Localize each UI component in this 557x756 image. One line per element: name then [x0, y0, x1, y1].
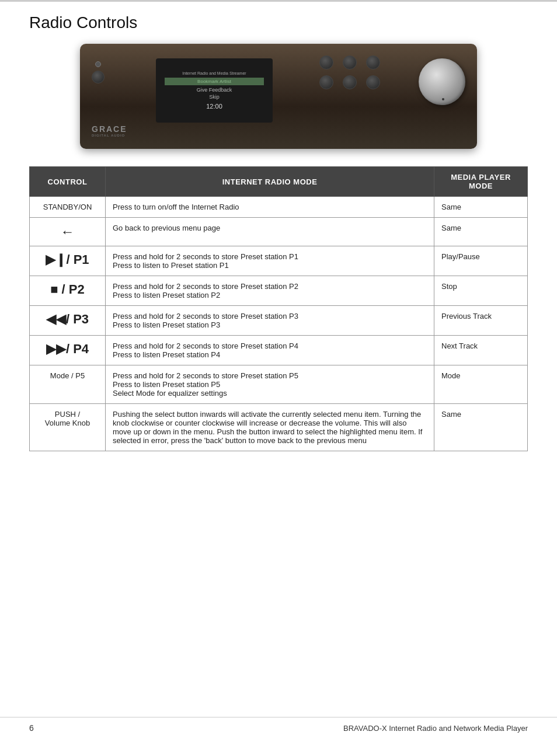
media-player-text: Previous Track	[441, 312, 492, 320]
screen-highlight: Bookmark Artlist	[165, 78, 263, 85]
footer: 6 BRAVADO-X Internet Radio and Network M…	[0, 717, 557, 738]
internet-radio-cell: Pushing the select button inwards will a…	[106, 404, 434, 451]
media-player-text: Mode	[441, 371, 461, 380]
screen-time: 12:00	[206, 103, 222, 110]
control-cell: ▶❙/ P1	[30, 246, 106, 276]
internet-radio-text: Pushing the select button inwards will a…	[113, 410, 422, 445]
btn-5	[343, 75, 357, 89]
internet-radio-text: Press to listen Preset station P5	[113, 380, 220, 389]
internet-radio-cell: Press and hold for 2 seconds to store Pr…	[106, 306, 434, 336]
screen-item-2: Skip	[209, 94, 220, 100]
media-player-text: Same	[441, 224, 461, 232]
left-btn-1	[92, 71, 105, 83]
play-pause-icon: ▶❙/ P1	[46, 252, 89, 267]
table-row: ▶❙/ P1Press and hold for 2 seconds to st…	[30, 246, 528, 276]
controls-table: CONTROL INTERNET RADIO MODE MEDIA PLAYER…	[29, 166, 528, 451]
media-player-cell: Previous Track	[434, 306, 528, 336]
media-player-cell: Same	[434, 404, 528, 451]
btn-4	[319, 75, 333, 89]
logo-text: GRACE	[92, 124, 127, 134]
top-border	[0, 0, 557, 2]
internet-radio-cell: Press and hold for 2 seconds to store Pr…	[106, 276, 434, 306]
table-row: PUSH /Volume KnobPushing the select butt…	[30, 404, 528, 451]
internet-radio-text: Press to turn on/off the Internet Radio	[113, 203, 239, 211]
footer-page-number: 6	[29, 723, 34, 733]
screen-item-1: Give Feedback	[197, 87, 232, 93]
device-logo: GRACE DIGITAL AUDIO	[92, 124, 127, 137]
control-label: PUSH /	[55, 410, 80, 419]
control-cell: PUSH /Volume Knob	[30, 404, 106, 451]
media-player-text: Next Track	[441, 342, 478, 350]
media-player-cell: Next Track	[434, 336, 528, 365]
control-cell: ◀◀/ P3	[30, 306, 106, 336]
control-label: STANDBY/ON	[43, 203, 92, 211]
device-left	[92, 61, 105, 83]
internet-radio-text: Press and hold for 2 seconds to store Pr…	[113, 252, 298, 261]
table-row: ◀◀/ P3Press and hold for 2 seconds to st…	[30, 306, 528, 336]
control-cell: ←	[30, 218, 106, 246]
internet-radio-cell: Press and hold for 2 seconds to store Pr…	[106, 246, 434, 276]
table-row: Mode / P5Press and hold for 2 seconds to…	[30, 365, 528, 404]
btn-2	[343, 55, 357, 69]
internet-radio-text: Press to listen to Preset station P1	[113, 261, 229, 270]
volume-knob[interactable]	[419, 58, 465, 105]
btn-3	[366, 55, 380, 69]
internet-radio-text: Press and hold for 2 seconds to store Pr…	[113, 371, 298, 380]
btn-6	[366, 75, 380, 89]
device-screen: Internet Radio and Media Streamer Bookma…	[156, 58, 273, 123]
prev-track-icon: ◀◀/ P3	[46, 312, 89, 326]
table-header-row: CONTROL INTERNET RADIO MODE MEDIA PLAYER…	[30, 167, 528, 197]
device-image-container: Internet Radio and Media Streamer Bookma…	[29, 44, 528, 149]
back-arrow-icon: ←	[61, 224, 75, 239]
media-player-cell: Same	[434, 197, 528, 218]
btn-1	[319, 55, 333, 69]
device-image: Internet Radio and Media Streamer Bookma…	[80, 44, 477, 149]
media-player-cell: Play/Pause	[434, 246, 528, 276]
control-cell: ■ / P2	[30, 276, 106, 306]
page-title: Radio Controls	[29, 13, 528, 32]
internet-radio-text: Press and hold for 2 seconds to store Pr…	[113, 312, 298, 320]
next-track-icon: ▶▶/ P4	[46, 342, 89, 356]
control-label: Mode / P5	[50, 371, 85, 380]
internet-radio-text: Press to listen Preset station P3	[113, 320, 220, 329]
table-row: ■ / P2Press and hold for 2 seconds to st…	[30, 276, 528, 306]
internet-radio-text: Press to listen Preset station P4	[113, 350, 220, 359]
table-row: STANDBY/ONPress to turn on/off the Inter…	[30, 197, 528, 218]
control-cell: Mode / P5	[30, 365, 106, 404]
media-player-text: Play/Pause	[441, 252, 480, 261]
internet-radio-text: Select Mode for equalizer settings	[113, 389, 227, 398]
control-cell: ▶▶/ P4	[30, 336, 106, 365]
media-player-cell: Stop	[434, 276, 528, 306]
footer-product-name: BRAVADO-X Internet Radio and Network Med…	[343, 724, 528, 733]
header-internet-radio: INTERNET RADIO MODE	[106, 167, 434, 197]
device-buttons	[319, 55, 384, 89]
stop-icon: ■ / P2	[50, 282, 85, 297]
media-player-text: Same	[441, 203, 461, 211]
internet-radio-cell: Go back to previous menu page	[106, 218, 434, 246]
content-area: Radio Controls Internet Radio and Media …	[0, 13, 557, 717]
internet-radio-text: Go back to previous menu page	[113, 224, 220, 232]
internet-radio-text: Press and hold for 2 seconds to store Pr…	[113, 282, 298, 291]
header-media-player: MEDIA PLAYER MODE	[434, 167, 528, 197]
control-label: Volume Knob	[45, 419, 90, 427]
internet-radio-cell: Press and hold for 2 seconds to store Pr…	[106, 365, 434, 404]
power-indicator	[95, 61, 101, 67]
internet-radio-text: Press to listen Preset station P2	[113, 291, 220, 299]
screen-title: Internet Radio and Media Streamer	[182, 71, 246, 75]
internet-radio-text: Press and hold for 2 seconds to store Pr…	[113, 342, 298, 350]
page: Radio Controls Internet Radio and Media …	[0, 0, 557, 756]
table-row: ←Go back to previous menu pageSame	[30, 218, 528, 246]
knob-dot	[442, 98, 444, 100]
table-row: ▶▶/ P4Press and hold for 2 seconds to st…	[30, 336, 528, 365]
logo-sub: DIGITAL AUDIO	[92, 134, 127, 137]
media-player-cell: Same	[434, 218, 528, 246]
media-player-cell: Mode	[434, 365, 528, 404]
header-control: CONTROL	[30, 167, 106, 197]
internet-radio-cell: Press and hold for 2 seconds to store Pr…	[106, 336, 434, 365]
media-player-text: Same	[441, 410, 461, 419]
internet-radio-cell: Press to turn on/off the Internet Radio	[106, 197, 434, 218]
media-player-text: Stop	[441, 282, 457, 291]
control-cell: STANDBY/ON	[30, 197, 106, 218]
